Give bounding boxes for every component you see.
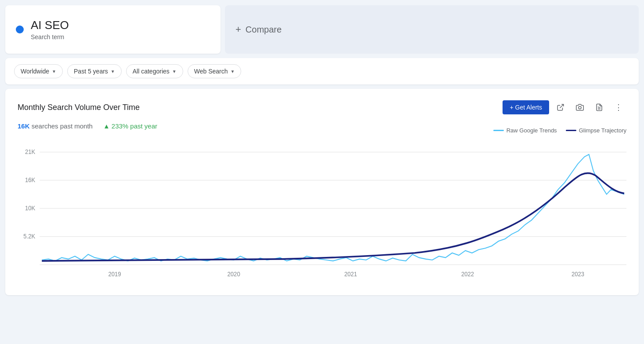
growth-value: 233% past year xyxy=(112,122,157,130)
svg-text:21K: 21K xyxy=(25,149,35,155)
triangle-up-icon: ▲ xyxy=(103,122,110,130)
legend-trajectory-line xyxy=(566,130,576,131)
search-term-text: AI SEO Search term xyxy=(31,18,69,40)
svg-text:2023: 2023 xyxy=(572,271,584,278)
searches-stat: 16K searches past month xyxy=(18,122,93,130)
category-filter[interactable]: All categories ▼ xyxy=(126,64,183,78)
search-term-card: AI SEO Search term xyxy=(5,5,221,54)
chart-actions: + Get Alerts xyxy=(503,99,626,115)
svg-point-1 xyxy=(579,106,581,109)
stats-row: 16K searches past month ▲ 233% past year xyxy=(18,122,157,130)
document-button[interactable] xyxy=(591,99,607,115)
chart-header: Monthly Search Volume Over Time + Get Al… xyxy=(18,99,626,115)
svg-text:2022: 2022 xyxy=(461,271,474,278)
chart-svg: 21K 16K 10K 5.2K 2019 2020 2021 2022 202… xyxy=(18,147,626,288)
search-type-label: Web Search xyxy=(194,68,228,75)
search-type-chevron-icon: ▼ xyxy=(230,69,235,74)
growth-stat: ▲ 233% past year xyxy=(103,122,157,130)
compare-card[interactable]: + Compare xyxy=(225,5,639,54)
term-name: AI SEO xyxy=(31,18,69,32)
time-filter[interactable]: Past 5 years ▼ xyxy=(67,64,122,78)
location-chevron-icon: ▼ xyxy=(52,69,56,74)
category-chevron-icon: ▼ xyxy=(172,69,177,74)
svg-text:5.2K: 5.2K xyxy=(23,233,35,240)
external-link-button[interactable] xyxy=(553,99,568,115)
legend-raw-label: Raw Google Trends xyxy=(507,127,557,134)
chart-container: 21K 16K 10K 5.2K 2019 2020 2021 2022 202… xyxy=(18,147,626,288)
plus-icon: + xyxy=(235,24,241,35)
location-filter[interactable]: Worldwide ▼ xyxy=(14,64,63,78)
compare-label: Compare xyxy=(246,25,282,35)
svg-text:16K: 16K xyxy=(25,177,35,183)
category-label: All categories xyxy=(133,68,170,75)
svg-text:10K: 10K xyxy=(25,205,35,212)
searches-label: searches past month xyxy=(32,122,93,130)
location-label: Worldwide xyxy=(21,68,49,75)
chart-card: Monthly Search Volume Over Time + Get Al… xyxy=(5,89,639,295)
time-label: Past 5 years xyxy=(74,68,108,75)
legend-raw-line xyxy=(493,130,504,131)
more-options-button[interactable]: ⋮ xyxy=(611,99,626,115)
svg-text:2021: 2021 xyxy=(344,271,357,278)
svg-line-0 xyxy=(560,104,564,108)
legend-trajectory: Glimpse Trajectory xyxy=(566,127,626,134)
term-label: Search term xyxy=(31,33,69,40)
legend-trajectory-label: Glimpse Trajectory xyxy=(579,127,626,134)
chart-title: Monthly Search Volume Over Time xyxy=(18,103,140,112)
get-alerts-button[interactable]: + Get Alerts xyxy=(503,100,549,114)
searches-count: 16K xyxy=(18,122,30,130)
search-type-filter[interactable]: Web Search ▼ xyxy=(188,64,242,78)
chart-legend: Raw Google Trends Glimpse Trajectory xyxy=(493,127,626,134)
legend-raw: Raw Google Trends xyxy=(493,127,557,134)
search-term-dot xyxy=(16,26,24,33)
svg-text:2020: 2020 xyxy=(228,271,240,278)
camera-button[interactable] xyxy=(572,99,588,115)
time-chevron-icon: ▼ xyxy=(111,69,115,74)
filters-row: Worldwide ▼ Past 5 years ▼ All categorie… xyxy=(5,58,639,84)
svg-text:2019: 2019 xyxy=(108,271,121,278)
